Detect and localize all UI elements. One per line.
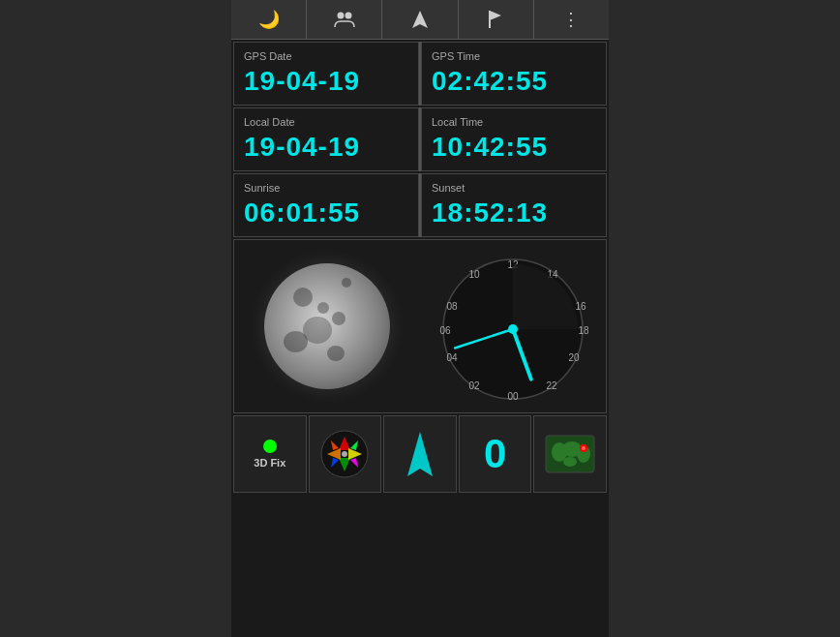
local-date-panel: Local Date 19-04-19 bbox=[233, 107, 419, 171]
svg-point-30 bbox=[342, 451, 347, 457]
local-time-value: 10:42:55 bbox=[432, 132, 596, 163]
crater-4 bbox=[327, 346, 345, 361]
sunrise-value: 06:01:55 bbox=[244, 197, 408, 228]
phone-container: 🌙 ⋮ GPS Date 19-04-19 GPS bbox=[231, 0, 609, 637]
satellite-chart-icon bbox=[319, 429, 370, 479]
svg-text:02: 02 bbox=[468, 380, 480, 391]
worldmap-panel[interactable] bbox=[533, 415, 607, 493]
svg-point-1 bbox=[345, 13, 351, 19]
svg-marker-31 bbox=[407, 432, 433, 476]
sunset-value: 18:52:13 bbox=[432, 197, 596, 228]
fix-label: 3D Fix bbox=[254, 457, 285, 469]
toolbar: 🌙 ⋮ bbox=[231, 0, 609, 40]
gps-row: GPS Date 19-04-19 GPS Time 02:42:55 bbox=[233, 42, 607, 106]
svg-marker-4 bbox=[490, 11, 501, 20]
svg-point-20 bbox=[508, 324, 518, 334]
speed-value: 0 bbox=[484, 434, 506, 474]
svg-text:00: 00 bbox=[507, 391, 519, 402]
navigation-arrow-icon bbox=[405, 430, 435, 478]
gps-time-value: 02:42:55 bbox=[432, 66, 596, 97]
sunset-panel: Sunset 18:52:13 bbox=[421, 173, 607, 237]
local-time-panel: Local Time 10:42:55 bbox=[421, 107, 607, 171]
crater-6 bbox=[303, 317, 332, 344]
people-button[interactable] bbox=[307, 0, 382, 39]
sunrise-label: Sunrise bbox=[244, 182, 408, 194]
svg-text:16: 16 bbox=[575, 301, 586, 312]
svg-point-38 bbox=[582, 446, 585, 450]
svg-text:08: 08 bbox=[446, 301, 458, 312]
svg-text:18: 18 bbox=[578, 325, 588, 336]
svg-point-36 bbox=[563, 457, 577, 467]
moon-image bbox=[264, 263, 390, 389]
navigation-panel[interactable] bbox=[383, 415, 457, 493]
local-row: Local Date 19-04-19 Local Time 10:42:55 bbox=[233, 107, 607, 171]
worldmap-icon bbox=[545, 435, 595, 473]
svg-text:04: 04 bbox=[446, 352, 458, 363]
flag-button[interactable] bbox=[459, 0, 534, 39]
svg-text:10: 10 bbox=[468, 269, 480, 280]
bottom-bar: 3D Fix 0 bbox=[233, 415, 607, 493]
moon-button[interactable]: 🌙 bbox=[231, 0, 307, 39]
moon-panel bbox=[234, 240, 420, 412]
svg-text:22: 22 bbox=[546, 380, 557, 391]
crater-2 bbox=[332, 312, 345, 325]
local-date-label: Local Date bbox=[244, 116, 408, 128]
navigate-button[interactable] bbox=[382, 0, 458, 39]
gps-time-label: GPS Time bbox=[432, 50, 596, 62]
gps-date-label: GPS Date bbox=[244, 50, 408, 62]
local-time-label: Local Time bbox=[432, 116, 596, 128]
sun-row: Sunrise 06:01:55 Sunset 18:52:13 bbox=[233, 173, 607, 237]
svg-text:20: 20 bbox=[568, 352, 580, 363]
crater-1 bbox=[293, 288, 313, 307]
svg-marker-2 bbox=[412, 11, 428, 28]
satellite-panel[interactable] bbox=[309, 415, 382, 493]
clock-panel: 12 14 16 18 20 22 00 02 04 06 08 10 bbox=[420, 240, 606, 412]
gps-date-value: 19-04-19 bbox=[244, 66, 408, 97]
fix-dot bbox=[263, 440, 277, 453]
more-button[interactable]: ⋮ bbox=[534, 0, 609, 39]
sunrise-panel: Sunrise 06:01:55 bbox=[233, 173, 419, 237]
svg-point-0 bbox=[337, 13, 344, 19]
gps-time-panel: GPS Time 02:42:55 bbox=[421, 42, 607, 106]
fix-panel: 3D Fix bbox=[233, 415, 307, 493]
gps-date-panel: GPS Date 19-04-19 bbox=[233, 42, 419, 106]
crater-5 bbox=[317, 302, 329, 314]
middle-section: 12 14 16 18 20 22 00 02 04 06 08 10 bbox=[233, 239, 607, 413]
crater-7 bbox=[342, 278, 351, 288]
speed-panel: 0 bbox=[459, 415, 532, 493]
analog-clock: 12 14 16 18 20 22 00 02 04 06 08 10 bbox=[438, 247, 588, 407]
local-date-value: 19-04-19 bbox=[244, 132, 408, 163]
svg-text:06: 06 bbox=[439, 325, 451, 336]
sunset-label: Sunset bbox=[432, 182, 596, 194]
